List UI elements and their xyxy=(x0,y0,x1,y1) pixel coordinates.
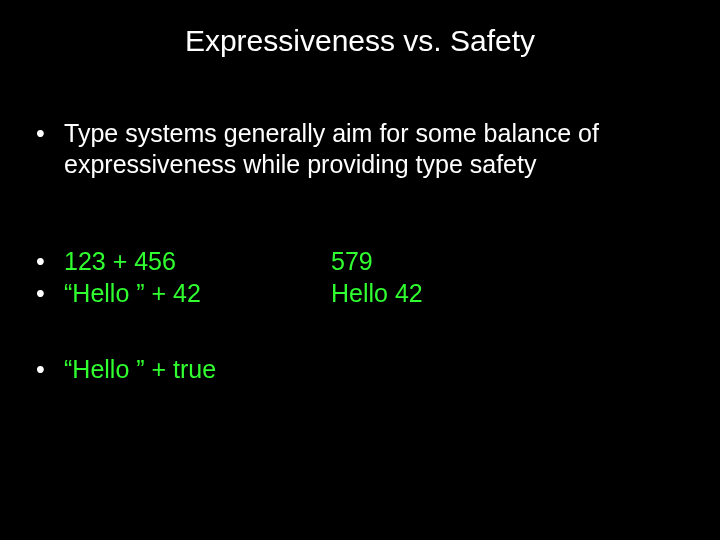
bullet-dot: • xyxy=(36,246,64,277)
example-expr-2: •“Hello ” + 42 xyxy=(36,278,296,309)
example-row-2: •“Hello ” + 42 Hello 42 xyxy=(36,278,684,309)
example-result-1: 579 xyxy=(331,246,373,277)
bullet-intro: •Type systems generally aim for some bal… xyxy=(36,118,674,181)
bullet-dot: • xyxy=(36,278,64,309)
bullet-dot: • xyxy=(36,354,64,385)
slide: Expressiveness vs. Safety •Type systems … xyxy=(0,0,720,540)
expr-text-2: “Hello ” + 42 xyxy=(64,279,201,307)
slide-title: Expressiveness vs. Safety xyxy=(0,24,720,58)
example-row-1: •123 + 456 579 xyxy=(36,246,684,277)
bullet-dot: • xyxy=(36,118,64,149)
expr-text-1: 123 + 456 xyxy=(64,247,176,275)
example-expr-3: •“Hello ” + true xyxy=(36,354,296,385)
intro-text: Type systems generally aim for some bala… xyxy=(64,118,674,181)
example-expr-1: •123 + 456 xyxy=(36,246,296,277)
expr-text-3: “Hello ” + true xyxy=(64,355,216,383)
example-row-3: •“Hello ” + true xyxy=(36,354,684,385)
example-result-2: Hello 42 xyxy=(331,278,423,309)
